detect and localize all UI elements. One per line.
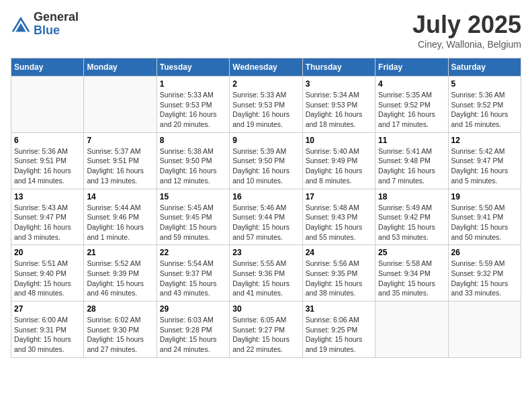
calendar-cell: 20Sunrise: 5:51 AM Sunset: 9:40 PM Dayli…: [11, 245, 84, 302]
day-number: 31: [306, 304, 372, 314]
calendar-cell: 7Sunrise: 5:37 AM Sunset: 9:51 PM Daylig…: [84, 132, 157, 189]
weekday-header-sunday: Sunday: [11, 58, 84, 77]
day-info: Sunrise: 5:44 AM Sunset: 9:46 PM Dayligh…: [87, 203, 153, 242]
calendar-week-5: 27Sunrise: 6:00 AM Sunset: 9:31 PM Dayli…: [11, 302, 521, 358]
calendar-cell: 5Sunrise: 5:36 AM Sunset: 9:52 PM Daylig…: [448, 77, 521, 133]
calendar-cell: 4Sunrise: 5:35 AM Sunset: 9:52 PM Daylig…: [375, 77, 448, 133]
weekday-header-monday: Monday: [84, 58, 157, 77]
day-number: 21: [87, 248, 153, 257]
logo: General Blue: [11, 11, 79, 38]
day-number: 19: [451, 192, 518, 201]
title-block: July 2025 Ciney, Wallonia, Belgium: [412, 11, 521, 50]
weekday-header-wednesday: Wednesday: [230, 58, 302, 77]
calendar-cell: 17Sunrise: 5:48 AM Sunset: 9:43 PM Dayli…: [302, 189, 375, 245]
calendar-cell: 10Sunrise: 5:40 AM Sunset: 9:49 PM Dayli…: [302, 132, 375, 189]
month-year-title: July 2025: [412, 11, 521, 39]
day-number: 26: [451, 248, 518, 257]
day-info: Sunrise: 6:00 AM Sunset: 9:31 PM Dayligh…: [14, 315, 81, 355]
day-number: 6: [14, 136, 81, 145]
day-info: Sunrise: 5:36 AM Sunset: 9:51 PM Dayligh…: [14, 146, 81, 186]
day-number: 9: [232, 136, 299, 145]
day-info: Sunrise: 5:55 AM Sunset: 9:36 PM Dayligh…: [232, 259, 299, 298]
calendar-cell: 24Sunrise: 5:56 AM Sunset: 9:35 PM Dayli…: [302, 245, 375, 302]
day-info: Sunrise: 6:06 AM Sunset: 9:25 PM Dayligh…: [306, 315, 372, 355]
calendar-cell: 16Sunrise: 5:46 AM Sunset: 9:44 PM Dayli…: [230, 189, 302, 245]
calendar-cell: 23Sunrise: 5:55 AM Sunset: 9:36 PM Dayli…: [230, 245, 302, 302]
day-number: 22: [160, 248, 226, 257]
day-info: Sunrise: 5:58 AM Sunset: 9:34 PM Dayligh…: [378, 259, 445, 298]
day-info: Sunrise: 5:45 AM Sunset: 9:45 PM Dayligh…: [160, 203, 226, 242]
day-info: Sunrise: 5:33 AM Sunset: 9:53 PM Dayligh…: [232, 90, 299, 130]
logo-blue-text: Blue: [34, 24, 79, 38]
calendar-cell: 21Sunrise: 5:52 AM Sunset: 9:39 PM Dayli…: [84, 245, 157, 302]
calendar-header: SundayMondayTuesdayWednesdayThursdayFrid…: [11, 58, 521, 77]
day-info: Sunrise: 5:34 AM Sunset: 9:53 PM Dayligh…: [306, 90, 372, 130]
calendar-cell: 15Sunrise: 5:45 AM Sunset: 9:45 PM Dayli…: [157, 189, 229, 245]
calendar-cell: 29Sunrise: 6:03 AM Sunset: 9:28 PM Dayli…: [157, 302, 229, 358]
day-number: 30: [232, 304, 299, 314]
day-number: 17: [306, 192, 372, 201]
day-number: 24: [306, 248, 372, 257]
weekday-header-thursday: Thursday: [302, 58, 375, 77]
day-number: 1: [160, 79, 226, 89]
day-number: 10: [306, 136, 372, 145]
day-info: Sunrise: 5:33 AM Sunset: 9:53 PM Dayligh…: [160, 90, 226, 130]
days-of-week-row: SundayMondayTuesdayWednesdayThursdayFrid…: [11, 58, 521, 77]
calendar-cell: 9Sunrise: 5:39 AM Sunset: 9:50 PM Daylig…: [230, 132, 302, 189]
page-header: General Blue July 2025 Ciney, Wallonia, …: [11, 11, 521, 50]
day-info: Sunrise: 5:35 AM Sunset: 9:52 PM Dayligh…: [378, 90, 445, 130]
day-info: Sunrise: 5:52 AM Sunset: 9:39 PM Dayligh…: [87, 259, 153, 298]
calendar-cell: 25Sunrise: 5:58 AM Sunset: 9:34 PM Dayli…: [375, 245, 448, 302]
day-info: Sunrise: 5:40 AM Sunset: 9:49 PM Dayligh…: [306, 146, 372, 186]
day-info: Sunrise: 6:05 AM Sunset: 9:27 PM Dayligh…: [232, 315, 299, 355]
calendar-cell: 3Sunrise: 5:34 AM Sunset: 9:53 PM Daylig…: [302, 77, 375, 133]
day-info: Sunrise: 5:51 AM Sunset: 9:40 PM Dayligh…: [14, 259, 81, 298]
day-info: Sunrise: 5:41 AM Sunset: 9:48 PM Dayligh…: [378, 146, 445, 186]
day-info: Sunrise: 5:36 AM Sunset: 9:52 PM Dayligh…: [451, 90, 518, 130]
calendar-cell: [84, 77, 157, 133]
weekday-header-saturday: Saturday: [448, 58, 521, 77]
calendar-table: SundayMondayTuesdayWednesdayThursdayFrid…: [11, 58, 521, 358]
calendar-cell: 1Sunrise: 5:33 AM Sunset: 9:53 PM Daylig…: [157, 77, 229, 133]
calendar-cell: [448, 302, 521, 358]
day-info: Sunrise: 5:48 AM Sunset: 9:43 PM Dayligh…: [306, 203, 372, 242]
day-number: 20: [14, 248, 81, 257]
calendar-cell: 14Sunrise: 5:44 AM Sunset: 9:46 PM Dayli…: [84, 189, 157, 245]
day-number: 18: [378, 192, 445, 201]
location-text: Ciney, Wallonia, Belgium: [412, 39, 521, 50]
day-info: Sunrise: 5:50 AM Sunset: 9:41 PM Dayligh…: [451, 203, 518, 242]
day-info: Sunrise: 5:39 AM Sunset: 9:50 PM Dayligh…: [232, 146, 299, 186]
day-number: 8: [160, 136, 226, 145]
day-number: 13: [14, 192, 81, 201]
day-info: Sunrise: 5:46 AM Sunset: 9:44 PM Dayligh…: [232, 203, 299, 242]
calendar-cell: [11, 77, 84, 133]
calendar-cell: 18Sunrise: 5:49 AM Sunset: 9:42 PM Dayli…: [375, 189, 448, 245]
calendar-week-1: 1Sunrise: 5:33 AM Sunset: 9:53 PM Daylig…: [11, 77, 521, 133]
calendar-cell: 2Sunrise: 5:33 AM Sunset: 9:53 PM Daylig…: [230, 77, 302, 133]
logo-icon: [11, 14, 31, 34]
day-number: 12: [451, 136, 518, 145]
calendar-cell: 6Sunrise: 5:36 AM Sunset: 9:51 PM Daylig…: [11, 132, 84, 189]
day-info: Sunrise: 6:02 AM Sunset: 9:30 PM Dayligh…: [87, 315, 153, 355]
calendar-cell: 19Sunrise: 5:50 AM Sunset: 9:41 PM Dayli…: [448, 189, 521, 245]
day-number: 25: [378, 248, 445, 257]
day-number: 4: [378, 79, 445, 89]
day-number: 3: [306, 79, 372, 89]
day-number: 14: [87, 192, 153, 201]
day-number: 5: [451, 79, 518, 89]
calendar-cell: 12Sunrise: 5:42 AM Sunset: 9:47 PM Dayli…: [448, 132, 521, 189]
calendar-cell: 30Sunrise: 6:05 AM Sunset: 9:27 PM Dayli…: [230, 302, 302, 358]
day-info: Sunrise: 5:37 AM Sunset: 9:51 PM Dayligh…: [87, 146, 153, 186]
calendar-body: 1Sunrise: 5:33 AM Sunset: 9:53 PM Daylig…: [11, 77, 521, 358]
day-number: 15: [160, 192, 226, 201]
calendar-cell: 31Sunrise: 6:06 AM Sunset: 9:25 PM Dayli…: [302, 302, 375, 358]
day-info: Sunrise: 5:38 AM Sunset: 9:50 PM Dayligh…: [160, 146, 226, 186]
day-info: Sunrise: 6:03 AM Sunset: 9:28 PM Dayligh…: [160, 315, 226, 355]
calendar-cell: 11Sunrise: 5:41 AM Sunset: 9:48 PM Dayli…: [375, 132, 448, 189]
day-number: 7: [87, 136, 153, 145]
calendar-cell: [375, 302, 448, 358]
day-info: Sunrise: 5:56 AM Sunset: 9:35 PM Dayligh…: [306, 259, 372, 298]
logo-general-text: General: [34, 11, 79, 24]
day-number: 29: [160, 304, 226, 314]
logo-text: General Blue: [34, 11, 79, 38]
